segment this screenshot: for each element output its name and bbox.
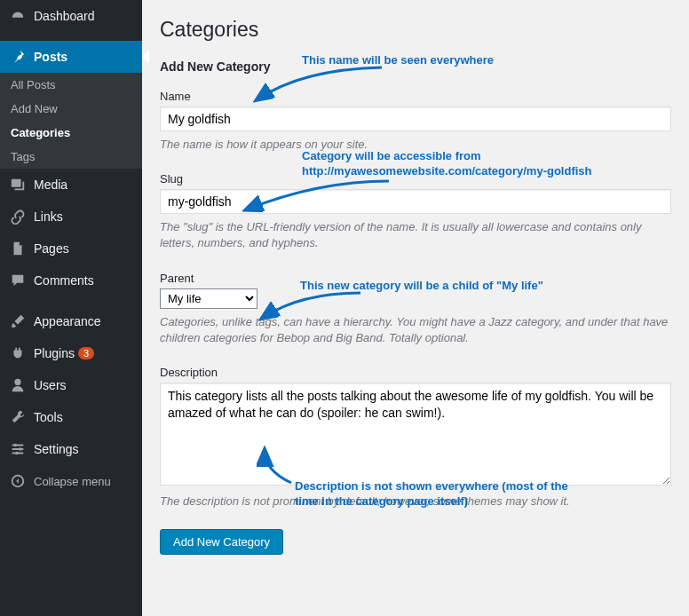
page-title: Categories [160, 18, 671, 42]
sidebar-item-label: Comments [34, 273, 94, 288]
brush-icon [9, 312, 27, 330]
parent-label: Parent [160, 272, 671, 285]
name-input[interactable] [160, 107, 671, 131]
link-icon [9, 208, 27, 225]
svg-point-4 [15, 452, 19, 455]
svg-point-1 [14, 379, 20, 385]
svg-rect-0 [12, 179, 21, 187]
sidebar-item-appearance[interactable]: Appearance [0, 305, 142, 337]
field-name: Name The name is how it appears on your … [160, 90, 671, 153]
field-slug: Slug The "slug" is the URL-friendly vers… [160, 172, 671, 251]
sidebar-item-label: Tools [34, 410, 63, 424]
sidebar-item-label: Posts [34, 50, 67, 64]
sidebar-item-label: Links [34, 209, 63, 224]
sidebar-item-label: Settings [34, 442, 79, 456]
media-icon [9, 176, 27, 193]
admin-sidebar: Dashboard Posts All Posts Add New Catego… [0, 0, 142, 616]
name-help: The name is how it appears on your site. [160, 137, 671, 153]
sidebar-item-label: Appearance [34, 314, 101, 328]
parent-select[interactable]: My life [160, 288, 257, 309]
sidebar-item-comments[interactable]: Comments [0, 265, 142, 296]
svg-point-3 [19, 447, 22, 451]
sidebar-subitem-add-new[interactable]: Add New [0, 97, 142, 121]
dashboard-icon [9, 7, 27, 25]
sidebar-item-label: Collapse menu [34, 475, 111, 488]
slug-label: Slug [160, 172, 671, 186]
sidebar-item-links[interactable]: Links [0, 201, 142, 233]
sidebar-item-media[interactable]: Media [0, 169, 142, 201]
sidebar-item-dashboard[interactable]: Dashboard [0, 0, 142, 32]
sidebar-subitem-all-posts[interactable]: All Posts [0, 73, 142, 97]
description-textarea[interactable] [160, 383, 671, 486]
pin-icon [9, 48, 27, 66]
slug-help: The "slug" is the URL-friendly version o… [160, 219, 671, 251]
sidebar-item-posts[interactable]: Posts [0, 41, 142, 73]
wrench-icon [9, 408, 27, 426]
plugin-update-badge: 3 [78, 347, 94, 359]
sidebar-item-label: Media [34, 178, 67, 192]
description-help: The description is not prominent by defa… [160, 494, 671, 509]
sidebar-subitem-categories[interactable]: Categories [0, 121, 142, 145]
sidebar-item-label: Pages [34, 241, 69, 256]
name-label: Name [160, 90, 671, 103]
sidebar-item-label: Users [34, 378, 67, 392]
sidebar-item-plugins[interactable]: Plugins 3 [0, 337, 142, 369]
sidebar-item-label: Plugins [34, 346, 75, 360]
field-parent: Parent My life Categories, unlike tags, … [160, 272, 671, 346]
sidebar-subitem-tags[interactable]: Tags [0, 145, 142, 169]
page-icon [9, 240, 27, 257]
field-description: Description The description is not promi… [160, 366, 671, 509]
collapse-icon [9, 472, 27, 490]
sidebar-submenu-posts: All Posts Add New Categories Tags [0, 73, 142, 169]
sidebar-item-pages[interactable]: Pages [0, 233, 142, 265]
add-category-button[interactable]: Add New Category [160, 529, 283, 555]
comment-icon [9, 272, 27, 289]
sliders-icon [9, 440, 27, 458]
sidebar-item-users[interactable]: Users [0, 369, 142, 401]
description-label: Description [160, 366, 671, 379]
plug-icon [9, 344, 27, 362]
sidebar-item-tools[interactable]: Tools [0, 401, 142, 433]
sidebar-item-settings[interactable]: Settings [0, 433, 142, 465]
sidebar-item-label: Dashboard [34, 9, 95, 23]
slug-input[interactable] [160, 189, 671, 214]
sidebar-collapse[interactable]: Collapse menu [0, 465, 142, 497]
main-content: Categories Add New Category Name The nam… [142, 0, 689, 616]
form-heading: Add New Category [160, 59, 671, 74]
user-icon [9, 376, 27, 394]
svg-point-2 [14, 444, 18, 447]
parent-help: Categories, unlike tags, can have a hier… [160, 314, 671, 346]
